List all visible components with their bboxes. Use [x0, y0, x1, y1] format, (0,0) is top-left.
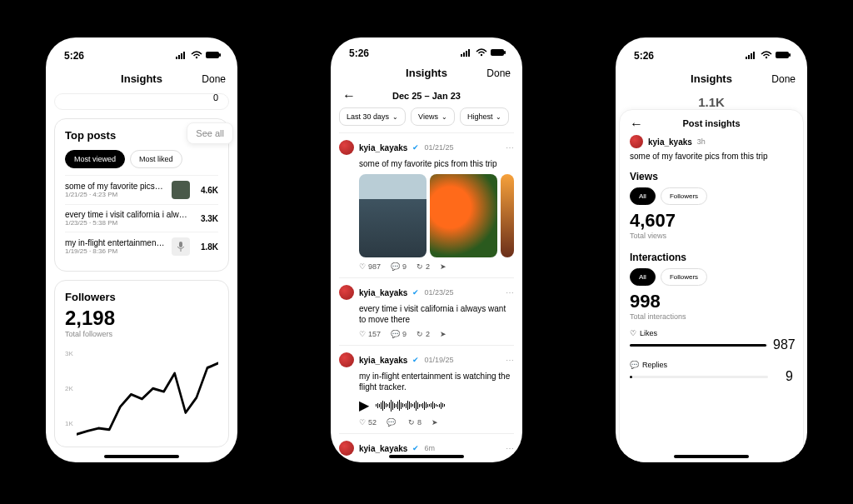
media-image: [359, 174, 426, 257]
back-button[interactable]: ←: [342, 88, 356, 103]
battery-icon: [776, 50, 792, 62]
replies-bar: 💬Replies: [630, 361, 793, 369]
svg-rect-11: [466, 51, 467, 57]
status-icons: [461, 47, 507, 59]
filter-row: Last 30 days⌄ Views⌄ Highest⌄: [331, 107, 522, 132]
post-date: 6m: [424, 444, 435, 452]
collapsed-value: 0: [213, 93, 218, 102]
play-icon[interactable]: ▶: [359, 397, 369, 413]
page-title: Insights: [406, 67, 447, 79]
views-title: Views: [630, 171, 793, 182]
svg-rect-14: [491, 49, 504, 56]
likes-bar: ♡Likes: [630, 329, 793, 337]
repost-button[interactable]: ↻ 2: [417, 330, 430, 338]
top-post-row[interactable]: my in-flight entertainment is… 1/19/25 ·…: [65, 232, 218, 261]
title-bar: Insights Done: [616, 66, 807, 93]
repost-button[interactable]: ↻ 8: [408, 418, 422, 427]
status-bar: 5:26: [331, 37, 522, 60]
status-time: 5:26: [349, 47, 369, 59]
filter-highest[interactable]: Highest⌄: [460, 107, 510, 126]
waveform: [376, 398, 445, 413]
signal-icon: [746, 50, 757, 62]
chevron-down-icon: ⌄: [392, 113, 398, 121]
followers-card: Followers 2,198 Total followers 3K 2K 1K: [54, 280, 229, 447]
tab-most-liked[interactable]: Most liked: [130, 150, 182, 168]
tab-all[interactable]: All: [630, 268, 656, 286]
like-button[interactable]: ♡ 987: [359, 262, 381, 271]
likes-value: 987: [773, 337, 793, 352]
repost-button[interactable]: ↻ 2: [417, 262, 430, 271]
svg-rect-21: [776, 52, 789, 58]
chevron-down-icon: ⌄: [441, 113, 447, 121]
svg-rect-0: [176, 57, 177, 59]
more-icon[interactable]: ⋯: [506, 288, 514, 297]
username: kyia_kyaks: [648, 137, 692, 147]
media-carousel[interactable]: [359, 174, 514, 257]
post-title: my in-flight entertainment is…: [65, 238, 165, 247]
username: kyia_kayaks: [359, 288, 407, 297]
svg-rect-2: [181, 53, 182, 59]
status-bar: 5:26: [46, 37, 237, 66]
wifi-icon: [761, 50, 772, 62]
like-button[interactable]: ♡ 157: [359, 330, 381, 338]
media-image: [430, 174, 497, 257]
top-post-row[interactable]: every time i visit california i always w…: [65, 204, 218, 232]
chevron-down-icon: ⌄: [496, 113, 501, 121]
top-post-row[interactable]: some of my favorite pics fro… 1/21/25 · …: [65, 175, 218, 204]
replies-value: 9: [773, 369, 793, 384]
signal-icon: [461, 47, 472, 59]
status-bar: 5:26: [616, 37, 807, 66]
home-indicator: [389, 455, 464, 458]
audio-player[interactable]: ▶: [359, 397, 514, 413]
share-button[interactable]: ➤: [440, 330, 446, 338]
filter-views[interactable]: Views⌄: [411, 107, 455, 126]
post-date: 01/19/25: [424, 356, 453, 364]
feed-post[interactable]: kyia_kayaks ✔ 01/23/25 ⋯ every time i vi…: [339, 277, 514, 345]
followers-value: 2,198: [65, 307, 218, 330]
done-button[interactable]: Done: [771, 73, 796, 85]
feed-post[interactable]: kyia_kayaks ✔ 01/19/25 ⋯ my in-flight en…: [339, 345, 514, 433]
interactions-value: 998: [630, 291, 793, 312]
battery-icon: [206, 50, 222, 62]
followers-title: Followers: [65, 291, 218, 303]
svg-rect-9: [461, 54, 462, 57]
top-posts-card: Top posts See all Most viewed Most liked…: [54, 118, 229, 272]
post-date: 01/21/25: [424, 143, 453, 152]
views-section: Views All Followers 4,607 Total views: [630, 171, 793, 240]
done-button[interactable]: Done: [202, 73, 226, 85]
avatar: [339, 285, 354, 300]
ytick: 3K: [65, 350, 73, 357]
see-all-button[interactable]: See all: [187, 122, 233, 144]
done-button[interactable]: Done: [486, 67, 511, 79]
followers-chart: 3K 2K 1K: [65, 345, 218, 437]
share-button[interactable]: ➤: [440, 262, 446, 271]
like-button[interactable]: ♡ 52: [359, 418, 377, 427]
status-time: 5:26: [634, 50, 654, 62]
more-icon[interactable]: ⋯: [506, 444, 514, 453]
home-indicator: [674, 455, 749, 458]
tab-all[interactable]: All: [630, 187, 656, 205]
comment-button[interactable]: 💬: [387, 418, 398, 427]
avatar: [630, 135, 643, 148]
verified-icon: ✔: [412, 143, 419, 152]
tab-followers[interactable]: Followers: [661, 268, 707, 286]
date-subheader: ← Dec 25 – Jan 23: [331, 87, 522, 107]
feed-post[interactable]: kyia_kayaks ✔ 01/21/25 ⋯ some of my favo…: [339, 132, 514, 277]
title-bar: Insights Done: [46, 66, 237, 93]
likes-track: [630, 344, 768, 347]
comment-button[interactable]: 💬 9: [391, 330, 407, 338]
more-icon[interactable]: ⋯: [506, 356, 514, 365]
date-range: Dec 25 – Jan 23: [392, 91, 461, 101]
post-count: 4.6K: [197, 186, 218, 195]
post-subtitle: 1/21/25 · 4:23 PM: [65, 191, 165, 198]
post-caption: some of my favorite pics from this trip: [630, 152, 793, 161]
phone-post-insights: 5:26 Insights Done 1.1K ← Post insights …: [616, 37, 807, 462]
filter-range[interactable]: Last 30 days⌄: [339, 107, 406, 126]
more-icon[interactable]: ⋯: [506, 143, 514, 152]
tab-most-viewed[interactable]: Most viewed: [65, 150, 125, 168]
share-button[interactable]: ➤: [431, 418, 438, 427]
post-thumbnail: [172, 181, 190, 199]
tab-followers[interactable]: Followers: [661, 187, 707, 205]
comment-button[interactable]: 💬 9: [391, 262, 407, 271]
back-button[interactable]: ←: [630, 117, 643, 132]
